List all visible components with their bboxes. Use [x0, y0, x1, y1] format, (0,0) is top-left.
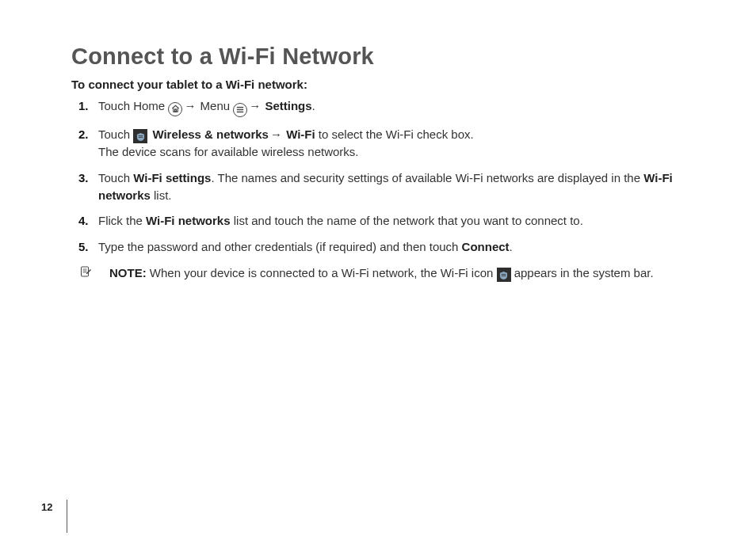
- menu-icon: [233, 103, 247, 117]
- steps-list: 1. Touch Home → Menu → Settings. 2. Touc…: [82, 97, 693, 256]
- step-number: 3.: [78, 169, 89, 187]
- step-text: list.: [151, 188, 172, 202]
- wifi-settings-icon: [133, 129, 147, 143]
- step-text: Type the password and other credentials …: [98, 240, 462, 253]
- step-1: 1. Touch Home → Menu → Settings.: [82, 97, 693, 117]
- step-text: . The names and security settings of ava…: [211, 171, 643, 184]
- step-text: Menu: [197, 99, 233, 112]
- note-block: NOTE: When your device is connected to a…: [82, 264, 693, 283]
- step-number: 2.: [78, 126, 89, 143]
- step-text: to select the Wi-Fi check box.: [315, 127, 474, 141]
- step-3: 3. Touch Wi-Fi settings. The names and s…: [82, 169, 693, 204]
- note-icon: [79, 265, 92, 278]
- arrow-icon: →: [247, 97, 262, 115]
- step-bold: Wi-Fi networks: [146, 214, 231, 227]
- wifi-icon: [497, 268, 511, 282]
- step-2: 2. Touch Wireless & networks→ Wi-Fi to s…: [82, 126, 693, 161]
- step-text: Touch: [98, 171, 133, 184]
- svg-rect-6: [82, 267, 89, 276]
- step-text: Touch Home: [98, 99, 168, 112]
- step-text: .: [510, 240, 513, 253]
- step-bold: Wi-Fi settings: [133, 171, 211, 184]
- step-text: Touch: [98, 127, 133, 141]
- step-bold: Wi-Fi: [283, 127, 315, 141]
- page-title: Connect to a Wi-Fi Network: [71, 44, 693, 70]
- note-text: appears in the system bar.: [511, 266, 654, 279]
- step-number: 1.: [78, 97, 89, 115]
- step-text: The device scans for available wireless …: [98, 145, 358, 158]
- intro-text: To connect your tablet to a Wi-Fi networ…: [71, 78, 693, 91]
- page-number: 12: [41, 501, 68, 513]
- note-text: When your device is connected to a Wi-Fi…: [147, 266, 497, 279]
- note-label: NOTE:: [109, 266, 147, 279]
- step-number: 5.: [78, 238, 89, 256]
- step-bold: Connect: [462, 240, 510, 253]
- step-5: 5. Type the password and other credentia…: [82, 238, 693, 256]
- step-text: Flick the: [98, 214, 146, 227]
- step-number: 4.: [78, 212, 89, 230]
- home-icon: [168, 102, 182, 116]
- svg-rect-0: [174, 109, 176, 112]
- step-bold: Settings: [265, 99, 311, 112]
- footer-divider: [67, 500, 67, 533]
- step-text: list and touch the name of the network t…: [231, 214, 583, 227]
- step-4: 4. Flick the Wi-Fi networks list and tou…: [82, 212, 693, 230]
- step-bold: Wireless & networks: [152, 127, 269, 141]
- arrow-icon: →: [269, 126, 283, 143]
- page-footer: 12: [41, 500, 67, 514]
- arrow-icon: →: [182, 97, 197, 115]
